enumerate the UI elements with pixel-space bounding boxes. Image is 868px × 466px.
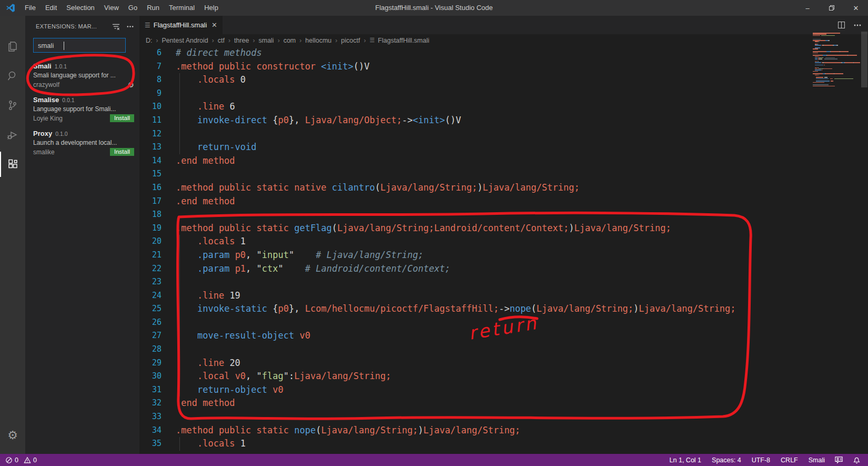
minimap-row [812,81,862,82]
menu-selection[interactable]: Selection [62,0,99,16]
code-line: 28 [139,343,868,356]
code-line: 35 .locals 1 [139,437,868,451]
clear-search-results-icon[interactable] [112,23,120,31]
breadcrumb-item[interactable]: picoctf [341,37,360,44]
minimap-row [812,50,862,51]
line-number: 21 [139,249,162,262]
minimap[interactable] [812,33,862,87]
extension-name-row: Smali1.0.1 [33,62,134,70]
code-line-text: return-object v0 [176,383,284,397]
feedback-icon[interactable] [834,456,843,464]
menu-view[interactable]: View [99,0,124,16]
extensions-list: Smali1.0.1Smali language support for ...… [25,59,139,160]
line-number: 12 [139,127,162,141]
minimap-row [812,39,862,40]
breadcrumb-item[interactable]: smali [258,37,274,44]
manage-gear-icon[interactable]: ⚙ [127,81,134,89]
code-line: 7.method public constructor <init>()V [139,60,868,74]
editor-group: ☰ FlagstaffHill.smali ✕ D:›Pentest Andro… [139,16,868,454]
restore-button[interactable] [820,0,844,16]
minimap-row [812,64,862,65]
breadcrumb-separator-icon: › [253,37,255,44]
minimap-row [812,65,862,66]
breadcrumb-item[interactable]: D: [146,37,153,44]
menu-bar: FileEditSelectionViewGoRunTerminalHelp [20,0,223,16]
source-control-icon[interactable] [0,93,25,118]
breadcrumb-item[interactable]: hellocmu [305,37,331,44]
menu-edit[interactable]: Edit [41,0,62,16]
minimap-row [812,35,862,36]
errors-icon[interactable] [5,457,13,464]
split-editor-icon[interactable] [838,22,845,28]
tab-close-icon[interactable]: ✕ [211,21,217,29]
status-item[interactable]: CRLF [781,457,798,464]
code-line: 23 [139,275,868,289]
code-line-text: .method public static getFlag(Ljava/lang… [176,222,671,235]
breadcrumb-item[interactable]: three [234,37,249,44]
minimap-row [812,62,862,63]
code-line-text: .locals 0 [176,73,246,87]
minimap-row [812,76,862,77]
code-line: 9 [139,87,868,101]
editor-more-actions-icon[interactable] [853,21,862,29]
minimap-row [812,58,862,60]
minimap-row [812,83,862,84]
install-button[interactable]: Install [110,148,134,156]
line-number: 23 [139,275,162,289]
indent-guide [179,316,180,330]
run-debug-icon[interactable] [0,122,25,147]
scrollbar-thumb[interactable] [861,32,867,87]
code-line: 33 [139,410,868,424]
minimap-row [812,73,862,74]
minimap-row [812,77,862,78]
minimap-row [812,37,862,38]
minimap-row [812,47,862,48]
breadcrumb-item[interactable]: ctf [218,37,225,44]
extensions-search-input[interactable] [34,38,125,52]
extension-item-smalise[interactable]: Smalise0.0.1Language support for Smali..… [25,93,139,126]
status-item[interactable]: Smali [809,457,825,464]
menu-run[interactable]: Run [142,0,164,16]
minimap-row [812,71,862,72]
status-bar: 0 0 Ln 1, Col 1Spaces: 4UTF-8CRLFSmali [0,454,868,466]
minimize-button[interactable]: – [795,0,820,16]
breadcrumb-item[interactable]: FlagstaffHill.smali [378,37,429,44]
extension-item-smali[interactable]: Smali1.0.1Smali language support for ...… [25,59,139,93]
more-actions-icon[interactable] [126,23,134,31]
minimap-row [812,72,862,73]
extension-item-proxy[interactable]: Proxy0.1.0Launch a development local...s… [25,126,139,160]
minimap-row [812,57,862,58]
code-line: 25 invoke-static {p0}, Lcom/hellocmu/pic… [139,302,868,316]
line-number: 14 [139,154,162,168]
notifications-bell-icon[interactable] [853,456,861,464]
line-number: 32 [139,396,162,410]
code-line: 17.end method [139,195,868,209]
menu-terminal[interactable]: Terminal [164,0,199,16]
search-icon[interactable] [0,63,25,88]
code-line-text: .line 6 [176,100,235,114]
warnings-count[interactable]: 0 [33,457,37,464]
menu-help[interactable]: Help [199,0,223,16]
breadcrumb-item[interactable]: Pentest Android [162,37,208,44]
status-item[interactable]: Ln 1, Col 1 [670,457,701,464]
close-button[interactable]: ✕ [844,0,868,16]
text-caret [64,42,64,50]
code-area[interactable]: 6# direct methods7.method public constru… [139,46,868,454]
status-item[interactable]: UTF-8 [752,457,770,464]
tab-flagstaffhill[interactable]: ☰ FlagstaffHill.smali ✕ [139,16,223,34]
breadcrumb-separator-icon: › [335,37,337,44]
extensions-icon[interactable] [0,152,25,177]
explorer-icon[interactable] [0,34,25,59]
warnings-icon[interactable] [24,457,31,464]
minimap-row [812,84,862,85]
install-button[interactable]: Install [110,114,134,122]
menu-go[interactable]: Go [124,0,142,16]
breadcrumb-item[interactable]: com [284,37,296,44]
indent-guide [179,127,180,141]
extension-footer: crazywolf⚙ [33,81,134,89]
settings-gear-icon[interactable]: ⚙ [0,427,25,444]
status-item[interactable]: Spaces: 4 [712,457,741,464]
line-number: 9 [139,87,162,101]
errors-count[interactable]: 0 [15,457,18,464]
menu-file[interactable]: File [20,0,41,16]
